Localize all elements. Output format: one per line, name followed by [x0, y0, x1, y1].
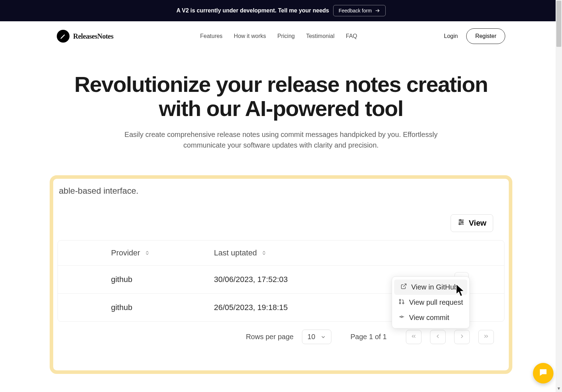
table-header: Provider Last uptated [58, 241, 504, 266]
page-first-button[interactable] [406, 330, 422, 344]
hero-section: Revolutionize your release notes creatio… [0, 51, 562, 165]
login-link[interactable]: Login [444, 33, 458, 39]
git-pull-request-icon [398, 298, 405, 307]
sort-icon [144, 250, 150, 256]
page-last-button[interactable] [478, 330, 494, 344]
svg-point-11 [400, 299, 401, 301]
sort-icon [261, 250, 267, 256]
column-provider[interactable]: Provider [58, 248, 178, 258]
cell-provider: github [58, 303, 178, 312]
scrollbar-track[interactable]: ▼ [556, 0, 562, 392]
svg-point-15 [401, 316, 403, 318]
scrollbar-thumb[interactable] [556, 1, 561, 47]
rows-per-page-select[interactable]: 10 [302, 330, 331, 344]
cell-provider: github [58, 275, 178, 284]
chevrons-left-icon [411, 333, 417, 341]
arrow-right-icon [375, 8, 380, 13]
column-last-updated[interactable]: Last uptated [178, 248, 440, 258]
nav-testimonial[interactable]: Testimonial [306, 33, 335, 39]
menu-item-label: View pull request [409, 298, 463, 307]
rows-per-page-value: 10 [307, 333, 315, 341]
column-updated-label: Last uptated [214, 248, 257, 258]
rows-per-page-label: Rows per page [246, 333, 294, 341]
logo[interactable]: ReleasesNotes [57, 30, 113, 43]
git-commit-icon [398, 314, 405, 322]
svg-point-4 [460, 220, 461, 221]
chevrons-right-icon [483, 333, 489, 341]
svg-point-13 [403, 303, 404, 304]
nav-how-it-works[interactable]: How it works [234, 33, 266, 39]
svg-point-6 [459, 223, 461, 225]
menu-item-label: View in GitHub [411, 283, 458, 291]
nav-faq[interactable]: FAQ [346, 33, 357, 39]
chat-bubble-icon [538, 368, 548, 379]
banner-text: A V2 is currently under development. Tel… [176, 7, 329, 14]
scroll-down-icon[interactable]: ▼ [557, 386, 561, 391]
nav-features[interactable]: Features [200, 33, 222, 39]
top-nav: ReleasesNotes Features How it works Pric… [0, 21, 562, 51]
sliders-icon [457, 218, 465, 228]
menu-view-commit[interactable]: View commit [392, 310, 469, 325]
page-prev-button[interactable] [430, 330, 446, 344]
page-subtitle: Easily create comprehensive release note… [104, 129, 458, 150]
svg-line-10 [403, 284, 406, 287]
nav-links: Features How it works Pricing Testimonia… [200, 33, 357, 39]
brand-name: ReleasesNotes [73, 32, 113, 40]
svg-point-12 [400, 303, 401, 304]
chat-fab-button[interactable] [533, 363, 553, 383]
view-button-label: View [469, 219, 486, 228]
view-button[interactable]: View [451, 214, 493, 232]
menu-item-label: View commit [409, 314, 449, 322]
chevron-right-icon [459, 333, 465, 341]
demo-preview-frame: able-based interface. View Provider Last… [50, 175, 512, 374]
external-link-icon [401, 283, 407, 291]
chevron-left-icon [435, 333, 441, 341]
demo-cropped-text: able-based interface. [57, 186, 505, 196]
nav-pricing[interactable]: Pricing [277, 33, 295, 39]
chevron-down-icon [320, 334, 326, 340]
column-provider-label: Provider [111, 248, 140, 258]
feedback-form-button[interactable]: Feedback form [333, 5, 385, 16]
svg-point-5 [462, 222, 463, 223]
page-next-button[interactable] [454, 330, 470, 344]
cursor-icon [455, 283, 466, 299]
pencil-circle-icon [57, 30, 70, 43]
page-indicator: Page 1 of 1 [351, 333, 387, 341]
page-title: Revolutionize your release notes creatio… [57, 72, 505, 121]
announcement-banner: A V2 is currently under development. Tel… [0, 0, 562, 21]
register-button[interactable]: Register [466, 28, 505, 44]
nav-actions: Login Register [444, 28, 505, 44]
feedback-button-label: Feedback form [338, 8, 371, 13]
